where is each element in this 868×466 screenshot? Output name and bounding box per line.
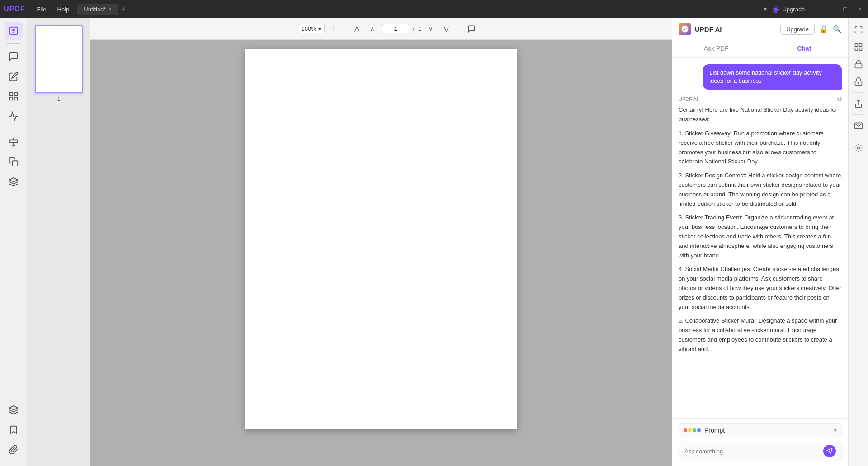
tab-area: Untitled* × + xyxy=(77,4,764,15)
toolbar: − 100% ▾ + ⋀ ∧ / 1 ∨ ⋁ xyxy=(90,18,672,40)
app-logo: UPDF xyxy=(4,5,25,13)
ai-response-text: Certainly! Here are five National Sticke… xyxy=(679,105,842,354)
svg-rect-2 xyxy=(14,93,17,95)
sidebar-divider-2 xyxy=(7,129,20,129)
far-right-mail-icon[interactable] xyxy=(850,118,867,134)
sidebar-icon-bookmark[interactable] xyxy=(5,421,23,439)
ai-prompt-dots xyxy=(684,428,701,432)
title-bar: UPDF File Help Untitled* × + ▾ ◉ Upgrade… xyxy=(0,0,868,18)
zoom-in-button[interactable]: + xyxy=(328,23,340,35)
ai-header-icons: Upgrade 🔒 🔍 xyxy=(780,24,842,35)
ai-header: UPDF AI Upgrade 🔒 🔍 xyxy=(672,18,848,40)
tab-untitled[interactable]: Untitled* × xyxy=(77,4,118,15)
svg-rect-9 xyxy=(859,44,862,47)
page-separator: / xyxy=(413,25,415,32)
menu-file[interactable]: File xyxy=(33,4,51,14)
user-message-row: List down some national sticker day acti… xyxy=(679,64,842,90)
titlebar-controls: ▾ ◉ Upgrade — □ × xyxy=(764,4,864,14)
thumbnail-wrapper: 1 xyxy=(35,25,83,102)
svg-rect-5 xyxy=(12,161,18,166)
ai-logo xyxy=(679,23,691,35)
dot-blue xyxy=(697,428,701,432)
toolbar-sep-2 xyxy=(458,24,458,34)
ai-send-button[interactable] xyxy=(823,445,836,457)
pdf-viewer: − 100% ▾ + ⋀ ∧ / 1 ∨ ⋁ xyxy=(90,18,672,466)
svg-rect-3 xyxy=(10,97,13,100)
sidebar-icon-annotate[interactable] xyxy=(5,67,23,86)
menu-bar: File Help xyxy=(33,4,74,14)
zoom-control[interactable]: 100% ▾ xyxy=(298,24,324,33)
ai-ask-input[interactable] xyxy=(684,448,820,455)
left-sidebar xyxy=(0,18,27,466)
dot-yellow xyxy=(688,428,692,432)
ai-title-text: UPDF AI xyxy=(695,25,722,33)
ai-upgrade-button[interactable]: Upgrade xyxy=(780,24,815,35)
sidebar-icon-layers[interactable] xyxy=(5,173,23,191)
nav-prev-button[interactable]: ∧ xyxy=(367,24,378,34)
far-right-lock2-icon[interactable] xyxy=(850,73,867,90)
maximize-button[interactable]: □ xyxy=(840,5,849,14)
page-total: 1 xyxy=(418,25,421,32)
tab-chat[interactable]: Chat xyxy=(760,40,849,57)
ai-copy-icon[interactable]: ⧉ xyxy=(837,95,842,103)
titlebar-upgrade-button[interactable]: ◉ Upgrade xyxy=(772,4,805,14)
svg-rect-1 xyxy=(10,93,13,95)
sidebar-icon-stamp[interactable] xyxy=(5,133,23,151)
far-right-grid-icon[interactable] xyxy=(850,39,867,55)
far-right-divider-3 xyxy=(853,137,864,137)
ai-search-icon[interactable]: 🔍 xyxy=(833,25,842,33)
svg-marker-6 xyxy=(9,178,18,182)
tab-add-button[interactable]: + xyxy=(118,5,128,14)
nav-next-button[interactable]: ∨ xyxy=(425,24,437,34)
close-button[interactable]: × xyxy=(855,5,864,14)
ai-tabs: Ask PDF Chat xyxy=(672,40,848,58)
far-right-protect-icon[interactable] xyxy=(850,56,867,72)
menu-help[interactable]: Help xyxy=(53,4,74,14)
ai-response-container: UPDF AI ⧉ Certainly! Here are five Natio… xyxy=(679,95,842,354)
far-right-share-icon[interactable] xyxy=(850,95,867,112)
svg-rect-4 xyxy=(14,97,17,100)
svg-point-14 xyxy=(858,83,859,84)
sidebar-icon-grid[interactable] xyxy=(5,87,23,105)
sidebar-icon-chart[interactable] xyxy=(5,107,23,125)
sidebar-icon-comment[interactable] xyxy=(5,48,23,66)
sidebar-icon-layers-bottom[interactable] xyxy=(5,401,23,419)
toolbar-sep-1 xyxy=(345,24,345,34)
prompt-dropdown-icon: ▾ xyxy=(834,427,837,434)
svg-rect-10 xyxy=(855,48,858,51)
sidebar-icon-clip[interactable] xyxy=(5,441,23,459)
thumbnail-page-1[interactable] xyxy=(35,25,83,93)
far-right-plugin-icon[interactable] xyxy=(850,140,867,156)
pdf-page-1 xyxy=(245,49,517,429)
svg-point-16 xyxy=(857,147,859,149)
comment-toolbar-button[interactable] xyxy=(464,23,479,35)
nav-first-button[interactable]: ⋀ xyxy=(351,24,363,34)
main-layout: 1 − 100% ▾ + ⋀ ∧ / 1 ∨ ⋁ xyxy=(0,18,868,466)
sidebar-divider-1 xyxy=(7,43,20,44)
sidebar-icon-copy[interactable] xyxy=(5,153,23,171)
nav-last-button[interactable]: ⋁ xyxy=(440,24,453,34)
svg-marker-7 xyxy=(9,406,18,410)
ai-bottom: Prompt ▾ xyxy=(672,418,848,466)
tab-label: Untitled* xyxy=(84,6,106,13)
far-right-divider-2 xyxy=(853,114,864,115)
sidebar-bottom xyxy=(5,401,23,462)
zoom-out-button[interactable]: − xyxy=(283,23,294,35)
titlebar-dropdown[interactable]: ▾ xyxy=(764,5,767,13)
logo-text: UPDF xyxy=(4,5,25,13)
ai-sender-label: UPDF AI ⧉ xyxy=(679,95,842,103)
sidebar-icon-edit[interactable] xyxy=(5,22,23,40)
tab-close-button[interactable]: × xyxy=(108,6,112,12)
ai-chat-area: List down some national sticker day acti… xyxy=(672,58,848,418)
far-right-convert-icon[interactable] xyxy=(850,22,867,38)
ai-lock-icon[interactable]: 🔒 xyxy=(819,25,828,33)
ai-input-row xyxy=(679,441,842,461)
tab-ask-pdf[interactable]: Ask PDF xyxy=(672,40,760,57)
far-right-panel xyxy=(848,18,868,466)
ai-prompt-selector[interactable]: Prompt ▾ xyxy=(679,423,842,437)
minimize-button[interactable]: — xyxy=(823,5,835,14)
svg-rect-8 xyxy=(855,44,858,47)
thumbnail-label-1: 1 xyxy=(57,96,61,102)
dot-green xyxy=(693,428,696,432)
page-number-input[interactable] xyxy=(382,24,409,33)
